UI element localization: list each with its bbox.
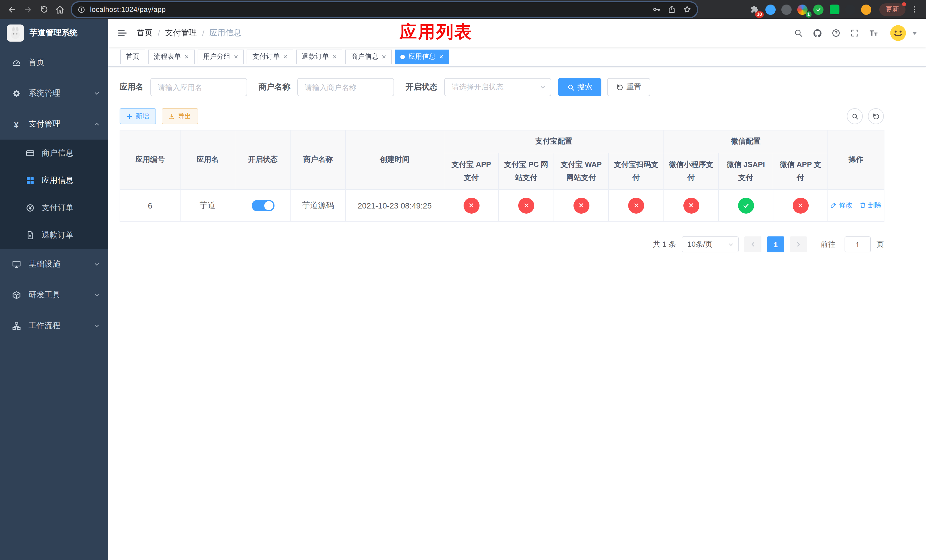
extension-glyph: [813, 4, 823, 15]
sidebar-item-label: 退款订单: [42, 230, 73, 241]
goto-page-input[interactable]: [844, 236, 871, 252]
app-name-label: 应用名: [120, 82, 144, 92]
breadcrumb-section[interactable]: 支付管理: [165, 28, 197, 38]
trash-icon: [859, 202, 866, 209]
cell-wx-app: [773, 189, 828, 221]
add-button-label: 新增: [136, 111, 149, 121]
page-size-select[interactable]: 10条/页: [682, 236, 738, 252]
extensions-puzzle-icon[interactable]: 10: [748, 3, 761, 16]
tab-refund-order[interactable]: 退款订单: [296, 49, 342, 64]
reset-button[interactable]: 重置: [607, 78, 651, 96]
chevron-down-icon: [94, 90, 100, 97]
refresh-table-button[interactable]: [868, 108, 884, 124]
export-button[interactable]: 导出: [162, 108, 198, 124]
yen-icon: ¥: [11, 120, 21, 129]
close-icon[interactable]: [439, 53, 443, 61]
chevron-down-icon: [94, 322, 100, 329]
reload-button[interactable]: [36, 2, 51, 17]
sidebar-item-devtools[interactable]: 研发工具: [0, 280, 108, 310]
tab-merchant-info[interactable]: 商户信息: [345, 49, 392, 64]
extension-icon[interactable]: [812, 3, 825, 16]
tab-pay-order[interactable]: 支付订单: [247, 49, 293, 64]
close-icon[interactable]: [234, 53, 238, 61]
address-bar[interactable]: localhost:1024/pay/app: [72, 2, 697, 17]
url-text: localhost:1024/pay/app: [90, 5, 166, 14]
status-select-placeholder: 请选择开启状态: [452, 82, 504, 92]
merchant-name-input[interactable]: [297, 78, 394, 96]
back-button[interactable]: [5, 2, 20, 17]
close-icon[interactable]: [333, 53, 337, 61]
add-button[interactable]: 新增: [120, 108, 156, 124]
sidebar-item-payment[interactable]: ¥ 支付管理: [0, 109, 108, 139]
tab-label: 退款订单: [302, 52, 329, 62]
sidebar-item-system[interactable]: 系统管理: [0, 78, 108, 109]
status-toggle[interactable]: [251, 200, 274, 211]
toggle-search-button[interactable]: [847, 108, 863, 124]
sidebar-item-infrastructure[interactable]: 基础设施: [0, 249, 108, 280]
github-icon[interactable]: [810, 26, 825, 41]
app-logo: [7, 24, 24, 42]
goto-label: 前往: [821, 239, 835, 250]
extension-icon[interactable]: [828, 3, 841, 16]
pay-order-icon: [25, 203, 35, 213]
sidebar-item-label: 系统管理: [29, 88, 61, 98]
chevron-down-icon: [94, 292, 100, 298]
delete-link-label: 删除: [868, 201, 882, 210]
profile-avatar-icon[interactable]: 1: [796, 3, 809, 16]
sidebar-item-workflow[interactable]: 工作流程: [0, 310, 108, 341]
search-button[interactable]: 搜索: [558, 78, 601, 96]
sidebar-item-merchant-info[interactable]: 商户信息: [0, 139, 108, 167]
close-icon[interactable]: [382, 53, 386, 61]
breadcrumb-home[interactable]: 首页: [137, 28, 153, 38]
search-icon[interactable]: [791, 26, 806, 41]
tab-label: 用户分组: [203, 52, 230, 62]
password-key-icon[interactable]: [649, 3, 663, 16]
prev-page-button[interactable]: [744, 236, 761, 252]
refresh-icon: [872, 112, 879, 120]
caret-down-icon[interactable]: [912, 32, 917, 35]
close-icon[interactable]: [283, 53, 287, 61]
sidebar-item-label: 支付管理: [29, 119, 61, 129]
status-select[interactable]: 请选择开启状态: [444, 78, 551, 96]
bookmark-star-icon[interactable]: [680, 3, 694, 16]
tab-flow-form[interactable]: 流程表单: [148, 49, 195, 64]
sidebar-toggle-icon[interactable]: [117, 28, 127, 38]
enabled-icon: [738, 197, 754, 213]
cell-status: [235, 189, 291, 221]
sidebar-item-label: 工作流程: [29, 321, 61, 331]
sidebar-item-app-info[interactable]: 应用信息: [0, 167, 108, 194]
screen: localhost:1024/pay/app 10: [0, 0, 926, 560]
app-name-input[interactable]: [150, 78, 247, 96]
font-size-icon[interactable]: [866, 26, 881, 41]
page-number-button[interactable]: 1: [767, 236, 784, 252]
site-info-icon[interactable]: [77, 5, 85, 14]
delete-link[interactable]: 删除: [859, 201, 882, 210]
cell-merchant: 芋道源码: [291, 189, 345, 221]
workflow-icon: [11, 321, 21, 331]
next-page-button[interactable]: [790, 236, 807, 252]
browser-menu-icon[interactable]: [906, 2, 921, 17]
tab-app-info[interactable]: 应用信息: [395, 49, 449, 64]
close-icon[interactable]: [185, 53, 189, 61]
forward-button[interactable]: [21, 2, 35, 17]
column-header-app-no: 应用编号: [120, 130, 180, 189]
home-button[interactable]: [52, 2, 67, 17]
help-icon[interactable]: [829, 26, 843, 41]
fullscreen-icon[interactable]: [847, 26, 862, 41]
extension-icon[interactable]: [844, 3, 856, 16]
column-header-alipay-wap: 支付宝 WAP 网站支付: [554, 153, 608, 189]
user-avatar[interactable]: [890, 24, 906, 42]
extension-icon[interactable]: [764, 3, 777, 16]
column-header-wx-app: 微信 APP 支付: [773, 153, 828, 189]
tab-home[interactable]: 首页: [120, 49, 145, 64]
sidebar-item-label: 商户信息: [42, 148, 73, 158]
browser-update-button[interactable]: 更新: [879, 3, 905, 16]
sidebar-item-refund-order[interactable]: 退款订单: [0, 222, 108, 249]
extension-icon[interactable]: [780, 3, 793, 16]
tab-user-group[interactable]: 用户分组: [197, 49, 244, 64]
sidebar-item-home[interactable]: 首页: [0, 47, 108, 78]
sidebar-item-pay-order[interactable]: 支付订单: [0, 194, 108, 222]
share-icon[interactable]: [664, 3, 678, 16]
edit-link[interactable]: 修改: [830, 201, 853, 210]
extension-icon[interactable]: [860, 3, 873, 16]
